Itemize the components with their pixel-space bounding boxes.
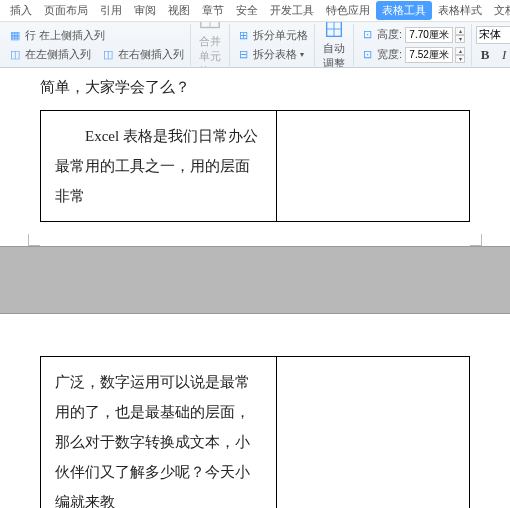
menu-page-layout[interactable]: 页面布局 xyxy=(38,1,94,20)
merge-cells-icon xyxy=(199,22,221,33)
split-table-button[interactable]: ⊟ 拆分表格 ▾ xyxy=(234,46,310,63)
insert-right-button[interactable]: ◫ 在右侧插入列 xyxy=(99,46,186,63)
dropdown-icon: ▾ xyxy=(300,50,304,59)
height-up[interactable]: ▴ xyxy=(455,27,465,35)
menubar: 插入 页面布局 引用 审阅 视图 章节 安全 开发工具 特色应用 表格工具 表格… xyxy=(0,0,510,22)
height-input[interactable] xyxy=(405,27,453,43)
page-1[interactable]: 简单，大家学会了么？ Excel 表格是我们日常办公最常用的工具之一，用的层面非… xyxy=(0,68,510,246)
page-corner-bl xyxy=(28,234,40,246)
table-row[interactable]: Excel 表格是我们日常办公最常用的工具之一，用的层面非常 xyxy=(41,111,470,222)
height-down[interactable]: ▾ xyxy=(455,35,465,43)
split-cells-button[interactable]: ⊞ 拆分单元格 xyxy=(234,27,310,44)
split-cells-icon: ⊞ xyxy=(236,28,250,42)
insert-row-label: 行 在上侧插入列 xyxy=(25,28,105,43)
menu-review[interactable]: 审阅 xyxy=(128,1,162,20)
height-control: ⊡ 高度: ▴ ▾ xyxy=(358,26,467,44)
height-icon: ⊡ xyxy=(360,28,374,42)
table-1-cell-1[interactable]: Excel 表格是我们日常办公最常用的工具之一，用的层面非常 xyxy=(41,111,277,222)
paragraph-1[interactable]: 简单，大家学会了么？ xyxy=(40,72,470,102)
split-table-icon: ⊟ xyxy=(236,47,250,61)
merge-cells-label: 合并单元格 xyxy=(199,34,221,69)
bold-button[interactable]: B xyxy=(476,46,494,64)
auto-fit-label: 自动调整 xyxy=(323,41,345,68)
ribbon-toolbar: ▦ 行 在上侧插入列 ◫ 在左侧插入列 ◫ 在右侧插入列 合并单元格 ⊞ 拆分单… xyxy=(0,22,510,68)
table-1[interactable]: Excel 表格是我们日常办公最常用的工具之一，用的层面非常 xyxy=(40,110,470,222)
auto-fit-icon xyxy=(323,22,345,40)
table-1-cell-2[interactable] xyxy=(276,111,469,222)
document-area: 简单，大家学会了么？ Excel 表格是我们日常办公最常用的工具之一，用的层面非… xyxy=(0,68,510,508)
italic-button[interactable]: I xyxy=(495,46,510,64)
ribbon-autofit-group: 自动调整 xyxy=(315,24,354,66)
auto-fit-button[interactable]: 自动调整 xyxy=(319,22,349,68)
insert-left-label: 在左侧插入列 xyxy=(25,47,91,62)
table-2-cell-2[interactable] xyxy=(276,357,469,509)
menu-table-tools[interactable]: 表格工具 xyxy=(376,1,432,20)
page-2[interactable]: 广泛，数字运用可以说是最常用的了，也是最基础的层面，那么对于数字转换成文本，小伙… xyxy=(0,314,510,508)
ribbon-size-group: ⊡ 高度: ▴ ▾ ⊡ 宽度: ▴ ▾ xyxy=(354,24,472,66)
insert-left-icon: ◫ xyxy=(8,47,22,61)
menu-insert[interactable]: 插入 xyxy=(4,1,38,20)
page-gap xyxy=(0,246,510,314)
split-table-label: 拆分表格 xyxy=(253,47,297,62)
width-input[interactable] xyxy=(405,47,453,63)
merge-cells-button[interactable]: 合并单元格 xyxy=(195,22,225,68)
table-row[interactable]: 广泛，数字运用可以说是最常用的了，也是最基础的层面，那么对于数字转换成文本，小伙… xyxy=(41,357,470,509)
split-cells-label: 拆分单元格 xyxy=(253,28,308,43)
menu-references[interactable]: 引用 xyxy=(94,1,128,20)
menu-developer[interactable]: 开发工具 xyxy=(264,1,320,20)
insert-right-label: 在右侧插入列 xyxy=(118,47,184,62)
menu-view[interactable]: 视图 xyxy=(162,1,196,20)
menu-sections[interactable]: 章节 xyxy=(196,1,230,20)
height-label: 高度: xyxy=(377,27,402,42)
font-name-select[interactable] xyxy=(476,26,510,44)
ribbon-split-group: ⊞ 拆分单元格 ⊟ 拆分表格 ▾ xyxy=(230,24,315,66)
insert-right-icon: ◫ xyxy=(101,47,115,61)
width-label: 宽度: xyxy=(377,47,402,62)
width-control: ⊡ 宽度: ▴ ▾ xyxy=(358,46,467,64)
ribbon-merge-group: 合并单元格 xyxy=(191,24,230,66)
page-corner-br xyxy=(470,234,482,246)
width-down[interactable]: ▾ xyxy=(455,55,465,63)
menu-featured[interactable]: 特色应用 xyxy=(320,1,376,20)
insert-row-icon: ▦ xyxy=(8,28,22,42)
insert-row-above-button[interactable]: ▦ 行 在上侧插入列 xyxy=(6,27,186,44)
table-2[interactable]: 广泛，数字运用可以说是最常用的了，也是最基础的层面，那么对于数字转换成文本，小伙… xyxy=(40,356,470,508)
width-icon: ⊡ xyxy=(360,48,374,62)
menu-doc-helper[interactable]: 文档助手 xyxy=(488,1,510,20)
menu-security[interactable]: 安全 xyxy=(230,1,264,20)
table-2-cell-1[interactable]: 广泛，数字运用可以说是最常用的了，也是最基础的层面，那么对于数字转换成文本，小伙… xyxy=(41,357,277,509)
ribbon-insert-group: ▦ 行 在上侧插入列 ◫ 在左侧插入列 ◫ 在右侧插入列 xyxy=(2,24,191,66)
insert-left-button[interactable]: ◫ 在左侧插入列 xyxy=(6,46,93,63)
ribbon-font-group: ▾ B I U A ✎ xyxy=(472,24,510,66)
width-up[interactable]: ▴ xyxy=(455,47,465,55)
menu-table-style[interactable]: 表格样式 xyxy=(432,1,488,20)
